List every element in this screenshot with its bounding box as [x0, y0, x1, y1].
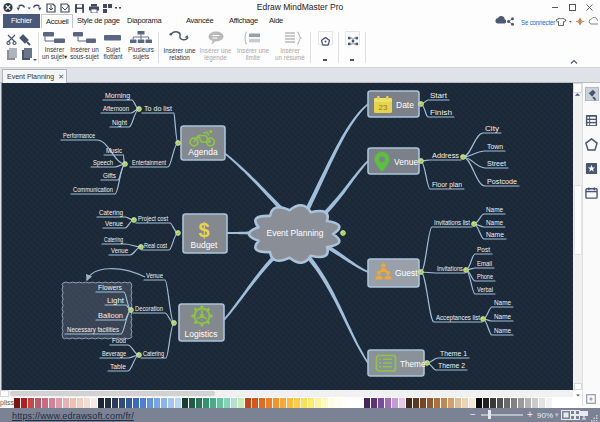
svg-text:23: 23 [379, 103, 388, 112]
svg-text:Agenda: Agenda [188, 147, 218, 157]
svg-text:Name: Name [486, 219, 503, 226]
svg-text:Acceptances list: Acceptances list [436, 314, 480, 322]
svg-text:Postcode: Postcode [487, 178, 517, 185]
svg-text:Venue: Venue [394, 157, 418, 167]
svg-text:Venue: Venue [105, 220, 123, 227]
svg-text:Morning: Morning [105, 92, 130, 100]
svg-text:Performance: Performance [63, 132, 95, 139]
svg-text:Communication: Communication [73, 186, 113, 193]
svg-text:Balloon: Balloon [98, 312, 123, 319]
svg-text:Name: Name [486, 206, 503, 213]
svg-text:Venue: Venue [111, 247, 128, 254]
svg-text:Se connecter: Se connecter [521, 18, 555, 27]
svg-text:Table: Table [110, 363, 126, 370]
svg-text:Start: Start [430, 92, 447, 99]
svg-text:Phone: Phone [477, 273, 493, 280]
svg-text:Light: Light [107, 297, 124, 305]
svg-text:Floor plan: Floor plan [432, 181, 462, 189]
svg-text:Music: Music [106, 147, 123, 154]
svg-text:Necessary facilities: Necessary facilities [67, 326, 120, 334]
svg-text:Email: Email [477, 260, 493, 267]
svg-text:Project cost: Project cost [138, 215, 168, 223]
svg-text:Post: Post [477, 246, 490, 253]
svg-text:Venue: Venue [146, 272, 163, 279]
svg-text:Guest: Guest [395, 268, 418, 278]
svg-text:Afternoon: Afternoon [103, 105, 129, 112]
svg-text:Food: Food [112, 337, 126, 344]
svg-text:Event Planning: Event Planning [267, 228, 324, 238]
svg-text:Theme 2: Theme 2 [438, 362, 465, 369]
svg-text:Name: Name [494, 327, 511, 334]
svg-text:Finish: Finish [430, 109, 452, 116]
svg-text:Real cost: Real cost [144, 242, 167, 249]
svg-text:Gifts: Gifts [103, 172, 117, 179]
svg-text:Name: Name [494, 299, 511, 306]
svg-text:Theme 1: Theme 1 [440, 350, 467, 357]
svg-text:Date: Date [396, 100, 414, 110]
svg-text:Address: Address [432, 152, 460, 159]
svg-text:Budget: Budget [191, 240, 219, 250]
svg-text:Catering: Catering [104, 236, 123, 244]
svg-text:Name: Name [494, 313, 511, 320]
svg-text:City: City [485, 125, 500, 133]
svg-text:Logistics: Logistics [184, 329, 217, 339]
svg-text:Name: Name [486, 231, 504, 238]
svg-text:Night: Night [112, 119, 127, 127]
svg-text:To do list: To do list [144, 105, 172, 112]
svg-text:Decoration: Decoration [135, 305, 163, 312]
svg-text:Catering: Catering [143, 350, 164, 358]
svg-text:Speech: Speech [93, 159, 113, 167]
svg-text:Invitations: Invitations [437, 265, 464, 272]
svg-text:Catering: Catering [99, 209, 123, 217]
svg-text:Verbal: Verbal [477, 286, 493, 293]
svg-text:Town: Town [487, 143, 503, 150]
svg-text:Invitations list: Invitations list [434, 219, 470, 226]
svg-text:Flowers: Flowers [98, 284, 123, 291]
svg-text:Theme: Theme [400, 360, 426, 369]
svg-text:$: $ [198, 219, 209, 241]
svg-text:Beverage: Beverage [102, 350, 126, 358]
svg-text:Street: Street [487, 160, 506, 167]
svg-text:Entertainment: Entertainment [132, 159, 166, 166]
